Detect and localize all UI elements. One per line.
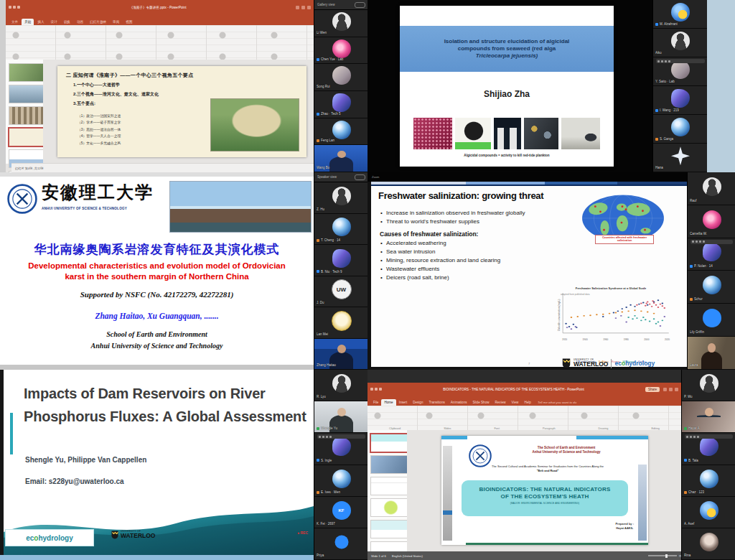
ribbon-tab[interactable]: Insert <box>396 399 411 406</box>
zoom-control[interactable]: 78% <box>648 554 685 558</box>
slide-thumbnail[interactable] <box>370 477 411 495</box>
status-slide-count: Slide 1 of 6 <box>371 554 386 558</box>
ribbon-tab[interactable]: 视图 <box>123 19 135 25</box>
participant-tile[interactable]: I. Wang · 219 <box>653 86 708 115</box>
participant-tile[interactable]: Chen Yue · Lab <box>314 37 368 65</box>
participant-tile[interactable]: UWJ. Du <box>314 276 368 308</box>
slide-thumbnail[interactable] <box>9 106 47 125</box>
ribbon[interactable] <box>6 25 314 60</box>
ribbon-tab[interactable]: File <box>370 399 381 406</box>
view-mode-header[interactable]: Gallery view <box>314 0 368 10</box>
slide-thumbnail[interactable] <box>370 520 411 538</box>
tell-me-box[interactable]: Tell me what you want to do <box>535 399 579 406</box>
participant-tile[interactable]: R. Lyu <box>314 370 368 401</box>
participant-tile[interactable]: Zhao · Tech 5 <box>314 91 368 118</box>
slide-thumbnail-selected[interactable] <box>370 434 411 452</box>
exit-fullscreen-button[interactable] <box>355 174 365 180</box>
participant-tile[interactable]: Feng Lan <box>314 118 368 146</box>
participant-tile[interactable]: Camellia W. <box>688 205 735 238</box>
participant-tile[interactable]: Rina <box>682 528 735 560</box>
participant-tile[interactable]: Z. Hu <box>314 182 368 214</box>
slide-thumbnail[interactable] <box>9 63 47 82</box>
ribbon-tab[interactable]: Review <box>492 399 509 406</box>
participant-tile[interactable]: Lan Mei <box>314 307 368 339</box>
affiliation: School of Earth and Environment <box>0 330 314 338</box>
participant-tile[interactable]: S. Ganga <box>653 115 708 144</box>
ribbon-tab[interactable]: Animations <box>448 399 470 406</box>
meeting-toolbar[interactable] <box>656 59 705 63</box>
participant-tile[interactable]: Y. Saito · Lab <box>653 57 708 86</box>
participant-tile[interactable]: E. Ives · Wen <box>314 465 368 497</box>
share-button[interactable]: Share <box>645 387 660 392</box>
ribbon-tab[interactable]: Home <box>381 399 395 406</box>
slide-title-cn: 华北南缘奥陶系岩溶发育特征及其演化模式 <box>0 241 314 258</box>
ribbon-tab[interactable]: Design <box>410 399 426 406</box>
ribbon-tab[interactable]: 幻灯片放映 <box>87 19 109 25</box>
window-controls[interactable] <box>663 388 678 391</box>
participant-tile[interactable]: M. Alzahrani <box>653 0 708 29</box>
participant-tile[interactable]: Zhang Haitao <box>314 339 368 370</box>
participant-tile[interactable]: Song Rui <box>314 64 368 91</box>
participant-name: S. Ganga <box>655 137 706 141</box>
x-tick-label: 1940 <box>583 338 588 341</box>
title-bar[interactable]: 《淮南子》专题讲座.pptx - PowerPoint <box>6 0 314 14</box>
view-mode-header[interactable]: Speaker view <box>314 172 368 182</box>
participant-tile[interactable]: A. Asef <box>682 497 735 528</box>
ribbon-tab[interactable]: 切换 <box>61 19 73 25</box>
mic-indicator-icon <box>684 427 687 430</box>
close-icon <box>307 6 311 9</box>
ribbon[interactable]: ClipboardSlidesFontParagraphDrawingEditi… <box>368 406 681 431</box>
ribbon-tab[interactable]: 插入 <box>34 19 47 25</box>
meeting-toolbar[interactable] <box>690 240 733 244</box>
ribbon-tab[interactable]: Help <box>521 399 533 406</box>
participant-tile[interactable]: Li Wen <box>314 10 368 37</box>
title-bar[interactable]: BIOINDICATORS - THE NATURAL INDICATORS O… <box>368 383 681 396</box>
participant-name: Rina <box>684 554 734 558</box>
participant-tile[interactable]: Shengle Yu <box>314 401 368 433</box>
participant-tile[interactable]: B. Tala <box>682 433 735 465</box>
slide-thumbnail[interactable] <box>9 85 47 103</box>
meeting-toolbar[interactable] <box>317 434 365 439</box>
photo-person-avatar <box>700 533 718 551</box>
ribbon-tab[interactable]: 设计 <box>48 19 60 25</box>
participant-tile[interactable]: Wang Bo <box>314 145 368 172</box>
ribbon-tab[interactable]: 文件 <box>9 19 21 25</box>
participant-tile[interactable]: B. Niu · Tech 9 <box>314 245 368 276</box>
participant-tile[interactable]: P. Wu <box>682 370 735 401</box>
participant-name: A. Asef <box>684 522 734 526</box>
participant-tile[interactable]: T. Cheng · 14 <box>314 214 368 246</box>
participant-tile[interactable]: Hayat A. <box>682 401 735 433</box>
participant-tile[interactable]: Priya <box>314 528 368 560</box>
window-controls[interactable] <box>296 6 311 9</box>
exit-fullscreen-button[interactable] <box>355 2 365 8</box>
participant-tile[interactable]: P. Nolan · 14 <box>688 238 735 271</box>
ribbon-tab[interactable]: 审阅 <box>110 19 122 25</box>
participant-tile[interactable]: KFK. Fei · 2697 <box>314 497 368 528</box>
participant-tile[interactable]: Laura <box>688 337 735 370</box>
participant-tile[interactable]: S. Ingle <box>314 433 368 465</box>
slide-sub-items: （1）政治——治国安邦之道（2）学术——诸子百家之学（3）思想——道法自然一体（… <box>78 111 185 145</box>
zoom-slider[interactable] <box>648 555 677 556</box>
participant-tile[interactable]: Lily Griffin <box>688 304 735 337</box>
participant-tile[interactable]: Chaz · 123 <box>682 465 735 497</box>
ribbon-tab-bar[interactable]: FileHomeInsertDesignTransitionsAnimation… <box>368 396 681 406</box>
slide-thumbnail[interactable] <box>370 498 411 517</box>
wave-photo <box>4 499 314 555</box>
ribbon-tab[interactable]: 动画 <box>74 19 86 25</box>
participant-tile[interactable]: Aiko <box>653 29 708 57</box>
ribbon-tab[interactable]: Transitions <box>426 399 447 406</box>
ribbon-tab[interactable]: Slide Show <box>470 399 492 406</box>
participant-tile[interactable]: Schur <box>688 271 735 304</box>
quick-access-toolbar[interactable] <box>370 388 382 391</box>
window-edge <box>368 370 735 383</box>
participant-name: P. Nolan · 14 <box>690 264 734 269</box>
meeting-toolbar[interactable] <box>685 434 733 439</box>
participant-tile[interactable]: Rauf <box>688 172 735 205</box>
participant-tile[interactable]: Hana <box>653 144 708 172</box>
ribbon-tab[interactable]: View <box>509 399 522 406</box>
quick-access-toolbar[interactable] <box>9 6 20 9</box>
slide-thumbnail-selected[interactable] <box>9 128 47 146</box>
slide-thumbnail[interactable] <box>370 455 411 474</box>
ribbon-tab[interactable]: 开始 <box>22 19 34 25</box>
ribbon-tab-bar[interactable]: 文件开始插入设计切换动画幻灯片放映审阅视图 <box>6 14 314 25</box>
